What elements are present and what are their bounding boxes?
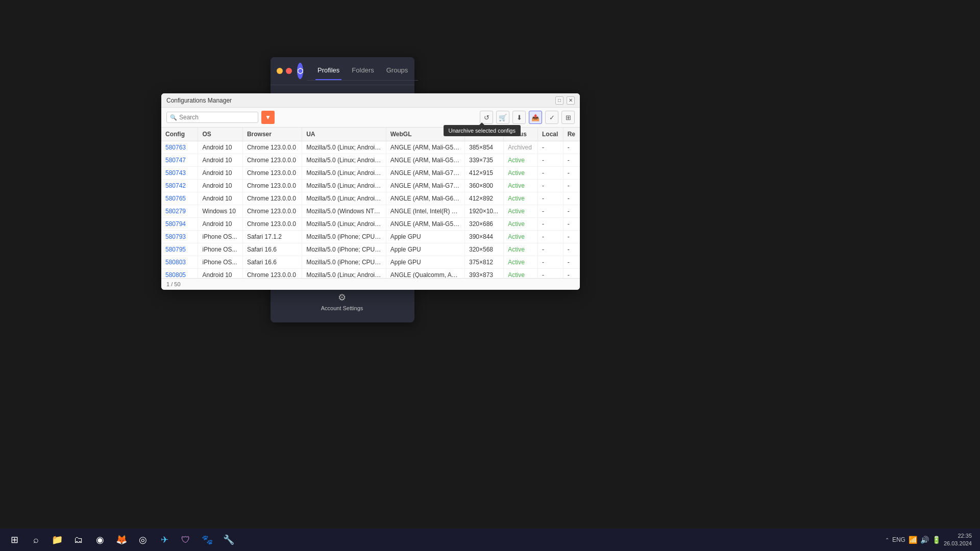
- cell-browser: Chrome 123.0.0.0: [242, 154, 302, 167]
- cell-screen: 339×735: [464, 154, 503, 167]
- clock-time: 22:35: [944, 532, 972, 540]
- cell-re: -: [563, 192, 580, 205]
- table-row[interactable]: 580795 iPhone OS... Safari 16.6 Mozilla/…: [161, 243, 580, 256]
- cell-status: Active: [504, 167, 538, 180]
- cell-local: -: [537, 167, 563, 180]
- cell-re: -: [563, 154, 580, 167]
- firefox-button[interactable]: 🦊: [111, 530, 132, 550]
- search-icon: 🔍: [170, 114, 177, 121]
- telegram-button[interactable]: ✈: [154, 530, 175, 550]
- cell-local: -: [537, 218, 563, 231]
- shield-button[interactable]: 🛡: [176, 530, 196, 550]
- col-header-status: Status: [504, 128, 538, 141]
- paw-button[interactable]: 🐾: [197, 530, 217, 550]
- folder-icon: 🗂: [74, 535, 83, 545]
- cell-status: Active: [504, 192, 538, 205]
- alt-chrome-button[interactable]: ◎: [133, 530, 153, 550]
- cell-ua: Mozilla/5.0 (Linux; Android 10; K) Apple…: [302, 192, 386, 205]
- cell-config: 580765: [161, 192, 198, 205]
- firefox-icon: 🦊: [116, 534, 127, 545]
- tools-button[interactable]: 🔧: [218, 530, 239, 550]
- download-button[interactable]: ⬇: [512, 111, 526, 124]
- table-row[interactable]: 580279 Windows 10 Chrome 123.0.0.0 Mozil…: [161, 205, 580, 218]
- table-row[interactable]: 580803 iPhone OS... Safari 16.6 Mozilla/…: [161, 256, 580, 269]
- start-button[interactable]: ⊞: [4, 530, 24, 550]
- search-taskbar-button[interactable]: ⌕: [26, 530, 46, 550]
- cell-local: -: [537, 269, 563, 279]
- chrome-button[interactable]: ◉: [90, 530, 110, 550]
- account-settings-panel[interactable]: ⚙ Account Settings: [271, 286, 413, 317]
- cell-config: 580793: [161, 231, 198, 243]
- cell-local: -: [537, 180, 563, 192]
- cell-config: 580805: [161, 269, 198, 279]
- refresh-button[interactable]: ↺: [480, 111, 493, 124]
- cell-screen: 320×568: [464, 243, 503, 256]
- cell-re: -: [563, 167, 580, 180]
- cell-screen: 393×873: [464, 269, 503, 279]
- config-toolbar: 🔍 ▼ ↺ 🛒 ⬇ 📤 Unarchive selected configs ✓…: [161, 108, 580, 128]
- cell-webgl: ANGLE (Intel, Intel(R) UHD ...: [386, 205, 464, 218]
- table-row[interactable]: 580742 Android 10 Chrome 123.0.0.0 Mozil…: [161, 180, 580, 192]
- cell-os: Android 10: [198, 180, 242, 192]
- cell-re: -: [563, 205, 580, 218]
- close-btn[interactable]: [286, 68, 292, 74]
- config-footer: 1 / 50: [161, 278, 580, 290]
- cell-config: 580803: [161, 256, 198, 269]
- table-row[interactable]: 580805 Android 10 Chrome 123.0.0.0 Mozil…: [161, 269, 580, 279]
- minimize-btn[interactable]: [277, 68, 283, 74]
- explorer-button[interactable]: 📁: [47, 530, 67, 550]
- tab-folders[interactable]: Folders: [350, 61, 376, 80]
- col-header-config: Config: [161, 128, 198, 141]
- cell-browser: Chrome 123.0.0.0: [242, 141, 302, 154]
- cell-ua: Mozilla/5.0 (Linux; Android 10; K) Apple…: [302, 141, 386, 154]
- clock-date: 26.03.2024: [944, 540, 972, 547]
- filter-button[interactable]: ▼: [261, 111, 275, 124]
- speaker-icon: 🔊: [920, 536, 929, 544]
- shield-icon: 🛡: [181, 535, 190, 545]
- app-logo: ⬡: [297, 63, 303, 79]
- cell-ua: Mozilla/5.0 (Windows NT 10.0; Win64; x64…: [302, 205, 386, 218]
- unarchive-button[interactable]: 📤: [529, 111, 542, 124]
- table-row[interactable]: 580765 Android 10 Chrome 123.0.0.0 Mozil…: [161, 192, 580, 205]
- col-header-screen: Screen: [464, 128, 503, 141]
- cell-ua: Mozilla/5.0 (Linux; Android 10; K) Apple…: [302, 167, 386, 180]
- cell-local: -: [537, 141, 563, 154]
- system-tray-chevron[interactable]: ⌃: [885, 537, 889, 543]
- search-input[interactable]: [179, 114, 251, 121]
- tools-icon: 🔧: [223, 534, 234, 545]
- cell-local: -: [537, 154, 563, 167]
- table-row[interactable]: 580743 Android 10 Chrome 123.0.0.0 Mozil…: [161, 167, 580, 180]
- table-row[interactable]: 580793 iPhone OS... Safari 17.1.2 Mozill…: [161, 231, 580, 243]
- table-row[interactable]: 580747 Android 10 Chrome 123.0.0.0 Mozil…: [161, 154, 580, 167]
- cell-screen: 390×844: [464, 231, 503, 243]
- table-row[interactable]: 580794 Android 10 Chrome 123.0.0.0 Mozil…: [161, 218, 580, 231]
- tab-groups[interactable]: Groups: [384, 61, 410, 80]
- checkmark-button[interactable]: ✓: [545, 111, 558, 124]
- cell-webgl: ANGLE (ARM, Mali-G78, ...: [386, 167, 464, 180]
- cell-screen: 375×812: [464, 256, 503, 269]
- taskbar-left: ⊞ ⌕ 📁 🗂 ◉ 🦊 ◎ ✈ 🛡 🐾 🔧: [4, 530, 239, 550]
- folder-button[interactable]: 🗂: [68, 530, 89, 550]
- bg-titlebar: ⬡ Profiles Folders Groups: [271, 57, 414, 85]
- tab-profiles[interactable]: Profiles: [315, 61, 341, 80]
- cell-browser: Chrome 123.0.0.0: [242, 218, 302, 231]
- grid-button[interactable]: ⊞: [561, 111, 575, 124]
- config-maximize-btn[interactable]: □: [555, 96, 564, 105]
- cell-webgl: Apple GPU: [386, 231, 464, 243]
- cell-webgl: ANGLE (Qualcomm, Adreno (T...: [386, 269, 464, 279]
- wifi-icon: 📶: [909, 536, 917, 544]
- cell-re: -: [563, 269, 580, 279]
- cell-config: 580794: [161, 218, 198, 231]
- col-header-browser: Browser: [242, 128, 302, 141]
- cell-os: Android 10: [198, 141, 242, 154]
- cell-browser: Safari 17.1.2: [242, 231, 302, 243]
- taskbar-search-icon: ⌕: [33, 535, 39, 545]
- cart-button[interactable]: 🛒: [496, 111, 509, 124]
- table-row[interactable]: 580763 Android 10 Chrome 123.0.0.0 Mozil…: [161, 141, 580, 154]
- cell-re: -: [563, 243, 580, 256]
- battery-icon: 🔋: [932, 536, 941, 544]
- col-header-ua: UA: [302, 128, 386, 141]
- config-close-btn[interactable]: ✕: [567, 96, 575, 105]
- cell-re: -: [563, 180, 580, 192]
- account-settings-item[interactable]: ⚙ Account Settings: [271, 286, 413, 317]
